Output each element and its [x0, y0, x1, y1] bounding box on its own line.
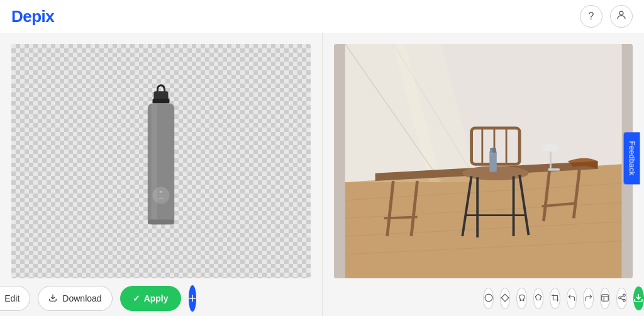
diamond-icon	[501, 293, 509, 304]
undo-button[interactable]	[567, 288, 577, 309]
account-button[interactable]	[610, 5, 633, 28]
export-button[interactable]	[600, 288, 611, 309]
svg-marker-44	[501, 294, 509, 302]
download-fab-button[interactable]	[633, 286, 644, 310]
help-button[interactable]: ?	[580, 5, 602, 28]
help-icon: ?	[589, 11, 594, 22]
diamond-tool-button[interactable]	[500, 288, 511, 309]
check-icon: ✓	[133, 293, 140, 303]
svg-point-49	[623, 294, 625, 297]
svg-rect-40	[489, 151, 496, 172]
svg-rect-42	[491, 149, 492, 154]
bottle-image: m mizu	[120, 52, 202, 272]
circle-icon	[484, 293, 493, 304]
bottom-toolbar-right	[483, 281, 644, 316]
room-image	[334, 44, 633, 278]
apply-button[interactable]: ✓ Apply	[120, 286, 181, 311]
export-icon	[601, 293, 609, 304]
svg-line-53	[621, 295, 623, 297]
edit-button[interactable]: Edit	[0, 286, 30, 311]
polygon-tool-button[interactable]	[533, 288, 544, 309]
main-area: m mizu + Edit	[0, 33, 644, 316]
svg-rect-2	[152, 98, 169, 103]
download-label: Download	[62, 293, 101, 303]
redo-button[interactable]	[583, 288, 594, 309]
lasso-tool-button[interactable]	[516, 288, 527, 309]
apply-label: Apply	[144, 293, 169, 303]
svg-line-52	[621, 298, 623, 299]
undo-icon	[567, 293, 576, 304]
lasso-icon	[518, 293, 526, 304]
add-right-button[interactable]: +	[189, 285, 197, 312]
svg-rect-4	[151, 103, 157, 224]
account-icon	[616, 9, 627, 23]
crop-tool-button[interactable]	[550, 288, 560, 309]
plus-icon-right: +	[189, 290, 197, 307]
share-icon	[618, 293, 626, 304]
logo: Depix	[11, 7, 54, 26]
bottom-toolbar-left: + Edit Down	[0, 281, 161, 316]
download-button[interactable]: Download	[38, 286, 112, 311]
polygon-icon	[534, 293, 543, 304]
svg-rect-39	[548, 168, 560, 171]
download-fab-icon	[633, 290, 643, 307]
edit-label: Edit	[4, 293, 19, 303]
svg-line-23	[384, 217, 417, 218]
bottle-svg: m mizu	[130, 80, 192, 244]
svg-text:m: m	[159, 190, 162, 193]
svg-rect-1	[153, 91, 168, 99]
svg-point-50	[618, 297, 621, 299]
circle-tool-button[interactable]	[483, 288, 494, 309]
crop-icon	[551, 293, 560, 304]
share-button[interactable]	[616, 288, 627, 309]
right-panel	[323, 33, 645, 316]
svg-point-43	[485, 294, 492, 302]
left-panel: m mizu + Edit	[0, 33, 323, 316]
redo-icon	[584, 293, 593, 304]
room-svg	[334, 44, 633, 278]
svg-marker-45	[535, 294, 541, 300]
svg-rect-5	[148, 219, 174, 224]
feedback-tab[interactable]: Feedback	[623, 132, 640, 184]
svg-point-0	[619, 11, 623, 15]
header: Depix ?	[0, 0, 644, 33]
download-icon	[48, 293, 57, 304]
svg-point-51	[623, 299, 625, 302]
header-actions: ?	[580, 5, 633, 28]
svg-rect-46	[602, 294, 609, 301]
svg-text:mizu: mizu	[158, 196, 164, 199]
